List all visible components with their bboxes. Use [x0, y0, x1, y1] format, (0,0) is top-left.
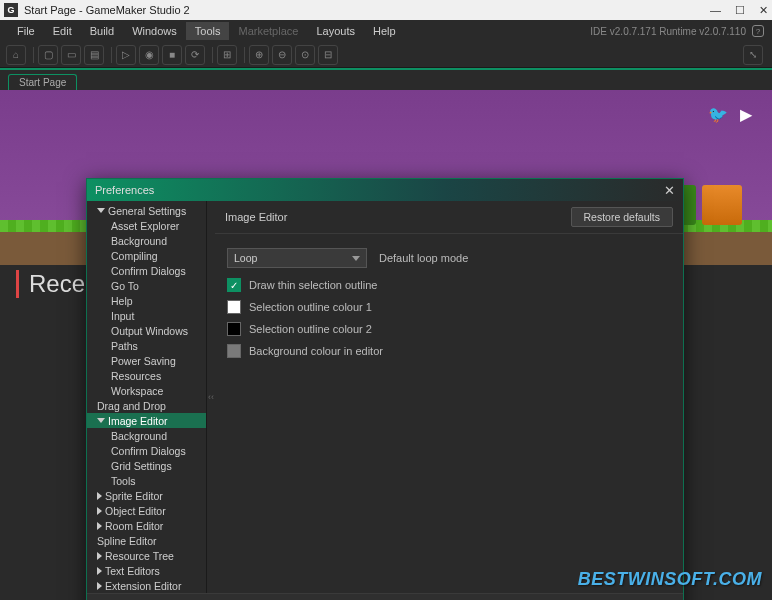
tabbar: Start Page: [0, 68, 772, 90]
window-controls: — ☐ ✕: [710, 4, 768, 17]
window-title: Start Page - GameMaker Studio 2: [24, 4, 710, 16]
tree-help[interactable]: Help: [87, 293, 206, 308]
tree-input[interactable]: Input: [87, 308, 206, 323]
run-icon[interactable]: ▷: [116, 45, 136, 65]
loop-mode-dropdown[interactable]: Loop: [227, 248, 367, 268]
thin-outline-checkbox[interactable]: ✓: [227, 278, 241, 292]
titlebar: G Start Page - GameMaker Studio 2 — ☐ ✕: [0, 0, 772, 20]
pane-title: Image Editor: [225, 211, 571, 223]
menubar: File Edit Build Windows Tools Marketplac…: [0, 20, 772, 42]
tree-output-windows[interactable]: Output Windows: [87, 323, 206, 338]
tree-general-settings[interactable]: General Settings: [87, 203, 206, 218]
maximize-button[interactable]: ☐: [735, 4, 745, 17]
tree-resource-tree[interactable]: Resource Tree: [87, 548, 206, 563]
tree-ie-background[interactable]: Background: [87, 428, 206, 443]
menu-tools[interactable]: Tools: [186, 22, 230, 40]
tree-compiling[interactable]: Compiling: [87, 248, 206, 263]
help-icon[interactable]: ?: [752, 25, 764, 37]
main-area: 🐦 ▶ Recent My First Game - DnD My First …: [0, 90, 772, 600]
tree-paths[interactable]: Paths: [87, 338, 206, 353]
zoom-out-icon[interactable]: ⊖: [272, 45, 292, 65]
clean-icon[interactable]: ⟳: [185, 45, 205, 65]
ide-version-label: IDE v2.0.7.171 Runtime v2.0.7.110: [590, 26, 746, 37]
menu-layouts[interactable]: Layouts: [307, 22, 364, 40]
expand-icon[interactable]: ⤡: [743, 45, 763, 65]
toolbar: ⌂ ▢ ▭ ▤ ▷ ◉ ■ ⟳ ⊞ ⊕ ⊖ ⊙ ⊟ ⤡: [0, 42, 772, 68]
dialog-footer: Apply OK Cancel: [87, 593, 683, 600]
thin-outline-label: Draw thin selection outline: [249, 279, 377, 291]
docking-icon[interactable]: ⊟: [318, 45, 338, 65]
tree-text-editors[interactable]: Text Editors: [87, 563, 206, 578]
selection-colour-2-swatch[interactable]: [227, 322, 241, 336]
tree-spline-editor[interactable]: Spline Editor: [87, 533, 206, 548]
tree-ie-tools[interactable]: Tools: [87, 473, 206, 488]
tree-room-editor[interactable]: Room Editor: [87, 518, 206, 533]
debug-icon[interactable]: ◉: [139, 45, 159, 65]
minimize-button[interactable]: —: [710, 4, 721, 17]
zoom-reset-icon[interactable]: ⊙: [295, 45, 315, 65]
social-icons: 🐦 ▶: [708, 105, 752, 124]
selection-colour-2-label: Selection outline colour 2: [249, 323, 372, 335]
app-icon: G: [4, 3, 18, 17]
selection-colour-1-label: Selection outline colour 1: [249, 301, 372, 313]
tree-resources[interactable]: Resources: [87, 368, 206, 383]
target-icon[interactable]: ⊞: [217, 45, 237, 65]
home-icon[interactable]: ⌂: [6, 45, 26, 65]
menu-marketplace[interactable]: Marketplace: [229, 22, 307, 40]
menu-file[interactable]: File: [8, 22, 44, 40]
collapse-handle[interactable]: ‹‹: [207, 201, 215, 593]
menu-help[interactable]: Help: [364, 22, 405, 40]
restore-defaults-button[interactable]: Restore defaults: [571, 207, 673, 227]
loop-mode-label: Default loop mode: [379, 252, 468, 264]
menu-edit[interactable]: Edit: [44, 22, 81, 40]
preferences-tree[interactable]: General Settings Asset Explorer Backgrou…: [87, 201, 207, 593]
tab-start-page[interactable]: Start Page: [8, 74, 77, 90]
tree-confirm-dialogs[interactable]: Confirm Dialogs: [87, 263, 206, 278]
new-icon[interactable]: ▢: [38, 45, 58, 65]
loop-mode-value: Loop: [234, 252, 352, 264]
selection-colour-1-swatch[interactable]: [227, 300, 241, 314]
tree-workspace[interactable]: Workspace: [87, 383, 206, 398]
decor-block-orange: [702, 185, 742, 225]
youtube-icon[interactable]: ▶: [740, 105, 752, 124]
stop-icon[interactable]: ■: [162, 45, 182, 65]
dialog-title: Preferences: [95, 184, 664, 196]
close-icon[interactable]: ✕: [664, 183, 675, 198]
tree-background[interactable]: Background: [87, 233, 206, 248]
chevron-down-icon: [352, 256, 360, 261]
preferences-dialog: Preferences ✕ General Settings Asset Exp…: [86, 178, 684, 600]
tree-ie-grid[interactable]: Grid Settings: [87, 458, 206, 473]
tree-go-to[interactable]: Go To: [87, 278, 206, 293]
preferences-pane: Image Editor Restore defaults Loop Defau…: [215, 201, 683, 593]
tree-asset-explorer[interactable]: Asset Explorer: [87, 218, 206, 233]
close-button[interactable]: ✕: [759, 4, 768, 17]
dialog-header: Preferences ✕: [87, 179, 683, 201]
zoom-in-icon[interactable]: ⊕: [249, 45, 269, 65]
menu-build[interactable]: Build: [81, 22, 123, 40]
background-colour-label: Background colour in editor: [249, 345, 383, 357]
tree-ie-confirm-dialogs[interactable]: Confirm Dialogs: [87, 443, 206, 458]
tree-object-editor[interactable]: Object Editor: [87, 503, 206, 518]
tree-power-saving[interactable]: Power Saving: [87, 353, 206, 368]
tree-image-editor[interactable]: Image Editor: [87, 413, 206, 428]
twitter-icon[interactable]: 🐦: [708, 105, 728, 124]
watermark: BESTWINSOFT.COM: [578, 569, 762, 590]
menu-windows[interactable]: Windows: [123, 22, 186, 40]
save-icon[interactable]: ▤: [84, 45, 104, 65]
background-colour-swatch[interactable]: [227, 344, 241, 358]
tree-sprite-editor[interactable]: Sprite Editor: [87, 488, 206, 503]
tree-extension-editor[interactable]: Extension Editor: [87, 578, 206, 593]
open-icon[interactable]: ▭: [61, 45, 81, 65]
tree-drag-and-drop[interactable]: Drag and Drop: [87, 398, 206, 413]
